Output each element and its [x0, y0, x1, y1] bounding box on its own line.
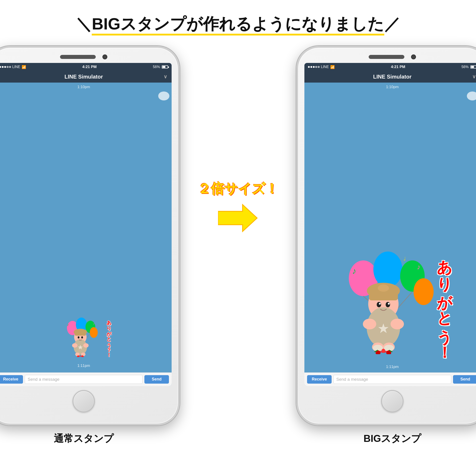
timestamp-top-left: 1:10pm [0, 83, 172, 91]
send-button-right[interactable]: Send [453, 375, 476, 384]
carrier-right: LINE [321, 65, 329, 69]
svg-point-47 [382, 349, 385, 352]
timestamp-bottom-right: 1:11pm [307, 363, 476, 370]
phone-camera-left [102, 54, 107, 59]
nav-bar-right: LINE Simulator ∨ [304, 71, 476, 83]
time-right: 4:21 PM [391, 65, 405, 69]
svg-point-14 [72, 343, 77, 348]
nav-chevron-left: ∨ [164, 74, 167, 80]
timestamp-top-right: 1:10pm [304, 83, 476, 91]
size-indicator: ２倍サイズ！ [198, 180, 278, 236]
nav-bar-left: LINE Simulator ∨ [0, 71, 172, 83]
timestamp-bottom-left: 1:11pm [0, 362, 167, 369]
phone-speaker-left [60, 55, 96, 59]
arrow-icon [218, 200, 258, 236]
battery-icon-right [470, 65, 476, 68]
svg-point-15 [83, 343, 89, 348]
nav-title-right: LINE Simulator [373, 74, 411, 80]
phone-right: LINE 📶 4:21 PM 56% LINE Simulator ∨ [296, 46, 476, 445]
home-button-left[interactable] [72, 390, 95, 412]
home-button-right[interactable] [381, 390, 404, 412]
svg-point-43 [384, 345, 394, 351]
phone-label-right: BIGスタンプ [363, 432, 421, 445]
svg-rect-9 [75, 331, 86, 336]
svg-point-42 [373, 345, 383, 351]
phone-left: LINE 📶 4:21 PM 56% LINE Simulator ∨ [0, 46, 180, 445]
svg-point-34 [377, 302, 381, 307]
bottom-bar-left: Receive Send a message Send [0, 373, 172, 386]
svg-point-22 [373, 252, 402, 287]
svg-point-3 [90, 327, 98, 338]
sticker-text-small: ありがとう？！ [106, 317, 112, 355]
battery-pct-right: 56% [461, 65, 469, 69]
svg-point-38 [363, 319, 376, 329]
svg-text:♪: ♪ [67, 323, 69, 326]
svg-text:♩: ♩ [404, 256, 406, 262]
phone-camera-right [411, 54, 416, 59]
sticker-text-big: ありがとう！ [437, 249, 453, 351]
svg-point-35 [386, 302, 390, 307]
carrier-left: LINE [12, 65, 20, 69]
send-button-left[interactable]: Send [144, 375, 169, 384]
status-bar-right: LINE 📶 4:21 PM 56% [304, 63, 476, 71]
svg-text:♪: ♪ [352, 266, 357, 276]
receive-button-left[interactable]: Receive [0, 375, 23, 384]
bottom-bar-right: Receive Send a message Send [304, 373, 476, 386]
svg-point-24 [413, 278, 434, 305]
sticker-small: ♪ ♪ ありがとう？！ [59, 312, 108, 361]
svg-text:♪: ♪ [93, 322, 95, 325]
svg-point-39 [391, 319, 404, 329]
wifi-icon-right: 📶 [330, 65, 335, 69]
svg-marker-20 [218, 205, 257, 231]
wifi-icon-left: 📶 [22, 65, 26, 69]
size-badge: ２倍サイズ！ [198, 180, 278, 198]
svg-point-37 [388, 303, 390, 305]
receive-button-right[interactable]: Receive [307, 375, 332, 384]
phone-speaker-right [369, 55, 404, 59]
svg-point-16 [75, 353, 80, 356]
header-title: ＼BIGスタンプが作れるようになりました／ [76, 15, 400, 35]
status-bar-left: LINE 📶 4:21 PM 56% [0, 63, 172, 71]
battery-pct-left: 56% [153, 65, 160, 69]
phone-label-left: 通常スタンプ [54, 432, 114, 445]
svg-text:♪: ♪ [417, 263, 420, 271]
nav-title-left: LINE Simulator [65, 74, 103, 80]
nav-chevron-right: ∨ [472, 74, 476, 80]
svg-point-31 [378, 285, 389, 292]
svg-point-17 [81, 353, 85, 356]
svg-point-12 [78, 336, 79, 339]
message-input-right[interactable]: Send a message [333, 375, 451, 384]
svg-point-36 [379, 303, 381, 305]
sticker-big: ♪ ♪ ♩ [337, 247, 448, 363]
message-input-left[interactable]: Send a message [25, 375, 143, 384]
time-left: 4:21 PM [82, 65, 97, 69]
svg-point-13 [81, 336, 83, 339]
battery-icon-left [162, 65, 168, 68]
